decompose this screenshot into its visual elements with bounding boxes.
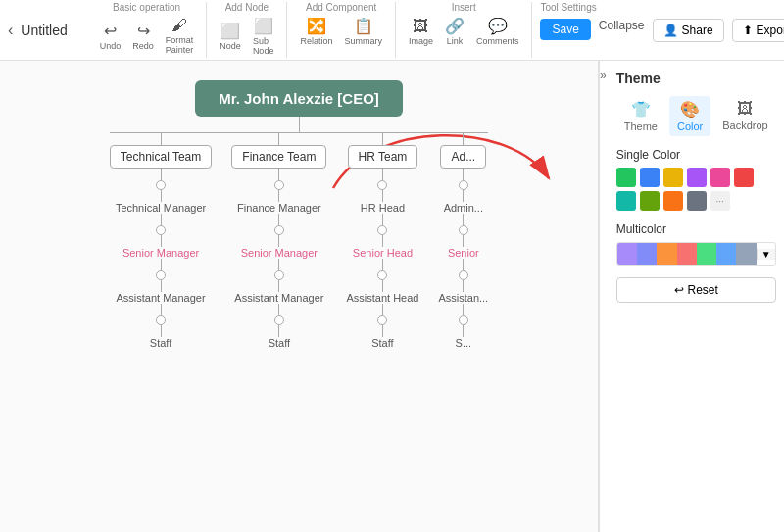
senior-manager-text-fin: Senior Manager: [241, 247, 318, 259]
color-orange[interactable]: [663, 191, 683, 211]
undo-icon: ↩: [104, 22, 117, 40]
toolbar-group-insert: Insert 🖼 Image 🔗 Link 💬 Comments: [396, 2, 533, 58]
add-component-items: 🔀 Relation 📋 Summary: [297, 15, 385, 48]
assistant-head-text: Assistant Head: [346, 292, 418, 304]
toolbar-group-basic: Basic operation ↩ Undo ↪ Redo 🖌 Format P…: [87, 2, 208, 58]
hr-circle2: [377, 225, 387, 235]
reset-icon: ↩: [674, 283, 684, 297]
undo-button[interactable]: ↩ Undo: [97, 20, 124, 53]
ad-v1: [463, 133, 464, 145]
finance-team-branch: Finance Team Finance Manager Senior Mana…: [231, 132, 326, 349]
backdrop-tab-label: Backdrop: [722, 120, 767, 131]
org-chart: Mr. John Alexzie [CEO] Technical Team: [0, 80, 598, 349]
export-label: Export: [757, 24, 784, 37]
ad-circle1: [459, 180, 468, 190]
sub-node-button[interactable]: ⬜ Sub Node: [250, 15, 277, 58]
redo-button[interactable]: ↪ Redo: [129, 20, 157, 53]
ceo-v-connector: [299, 117, 300, 132]
ad-v3: [463, 190, 464, 202]
comments-button[interactable]: 💬 Comments: [473, 15, 522, 48]
color-teal[interactable]: [616, 191, 636, 211]
tech-v8: [161, 304, 162, 315]
link-icon: 🔗: [445, 17, 465, 35]
assistant-admin-text: Assistan...: [438, 292, 488, 304]
ad-v6: [463, 259, 464, 270]
sub-node-label: Sub Node: [253, 36, 274, 56]
mc-swatch-5: [697, 243, 716, 265]
hr-v5: [382, 235, 383, 247]
theme-tab-icon: 👕: [631, 100, 651, 119]
color-purple[interactable]: [687, 168, 707, 187]
fin-circle4: [274, 315, 284, 325]
color-olive[interactable]: [640, 191, 660, 211]
assistant-manager-text-fin: Assistant Manager: [234, 292, 323, 304]
color-green[interactable]: [616, 168, 636, 187]
fin-v1: [278, 133, 279, 145]
image-button[interactable]: 🖼 Image: [406, 16, 436, 48]
fin-v4: [278, 214, 279, 225]
summary-button[interactable]: 📋 Summary: [341, 15, 385, 48]
fin-circle1: [274, 180, 284, 190]
toggle-icon: »: [600, 69, 607, 82]
ad-v7: [463, 280, 464, 292]
multicolor-bar[interactable]: ▼: [616, 242, 776, 266]
mc-swatch-4: [677, 243, 697, 265]
relation-button[interactable]: 🔀 Relation: [297, 15, 335, 48]
link-button[interactable]: 🔗 Link: [442, 15, 467, 48]
branches-row: Technical Team Technical Manager Senior …: [100, 132, 498, 349]
node-button[interactable]: ⬜ Node: [217, 20, 244, 53]
tech-circle3: [156, 270, 166, 280]
export-button[interactable]: ⬆ Export: [732, 19, 784, 42]
basic-operation-label: Basic operation: [113, 2, 180, 13]
toolbar-group-addnode: Add Node ⬜ Node ⬜ Sub Node: [207, 2, 287, 58]
save-button[interactable]: Save: [540, 19, 590, 40]
color-red[interactable]: [734, 168, 754, 187]
back-button[interactable]: ‹: [8, 22, 13, 39]
panel-tabs: 👕 Theme 🎨 Color 🖼 Backdrop: [616, 96, 776, 136]
panel-toggle-button[interactable]: »: [599, 61, 607, 532]
tech-v4: [161, 214, 162, 225]
color-pink[interactable]: [710, 168, 730, 187]
color-gray[interactable]: [687, 191, 707, 211]
collapse-button[interactable]: Collapse: [599, 19, 645, 40]
insert-group-label: Insert: [452, 2, 476, 13]
summary-icon: 📋: [354, 17, 373, 35]
senior-head-text: Senior Head: [353, 247, 413, 259]
multicolor-label: Multicolor: [616, 222, 776, 236]
ad-circle4: [459, 315, 468, 325]
share-button[interactable]: 👤 Share: [653, 19, 724, 42]
color-yellow[interactable]: [663, 168, 683, 187]
finance-manager-text: Finance Manager: [237, 202, 321, 214]
color-tab-icon: 🎨: [680, 100, 700, 119]
tab-color[interactable]: 🎨 Color: [669, 96, 710, 136]
color-more-button[interactable]: ···: [710, 191, 730, 211]
hr-head-text: HR Head: [361, 202, 405, 214]
theme-panel-content: Theme 👕 Theme 🎨 Color 🖼 Backdrop Single …: [607, 61, 784, 532]
multicolor-dropdown[interactable]: ▼: [757, 249, 775, 260]
tab-backdrop[interactable]: 🖼 Backdrop: [714, 96, 775, 136]
color-blue[interactable]: [640, 168, 660, 187]
staff-text-fin: Staff: [269, 337, 290, 349]
fin-v8: [278, 304, 279, 315]
hr-team-node[interactable]: HR Team: [348, 145, 418, 169]
admin-team-node[interactable]: Ad...: [440, 145, 486, 169]
reset-button[interactable]: ↩ Reset: [616, 277, 776, 303]
hr-v7: [382, 280, 383, 292]
hr-team-branch: HR Team HR Head Senior Head Assistant He…: [346, 132, 418, 349]
undo-label: Undo: [100, 41, 122, 51]
single-color-grid: ···: [616, 168, 776, 211]
mc-swatch-1: [617, 243, 637, 265]
staff-admin-text: S...: [456, 337, 472, 349]
ad-circle2: [459, 225, 468, 235]
ceo-node[interactable]: Mr. John Alexzie [CEO]: [195, 80, 403, 117]
node-icon: ⬜: [220, 22, 240, 40]
format-painter-button[interactable]: 🖌 Format Painter: [163, 15, 197, 57]
canvas[interactable]: Mr. John Alexzie [CEO] Technical Team: [0, 61, 598, 532]
technical-manager-text: Technical Manager: [116, 202, 206, 214]
finance-team-node[interactable]: Finance Team: [231, 145, 326, 169]
tech-v6: [161, 259, 162, 270]
technical-team-node[interactable]: Technical Team: [110, 145, 213, 169]
add-node-items: ⬜ Node ⬜ Sub Node: [217, 15, 276, 58]
tab-theme[interactable]: 👕 Theme: [616, 96, 665, 136]
assistant-manager-text-tech: Assistant Manager: [116, 292, 205, 304]
